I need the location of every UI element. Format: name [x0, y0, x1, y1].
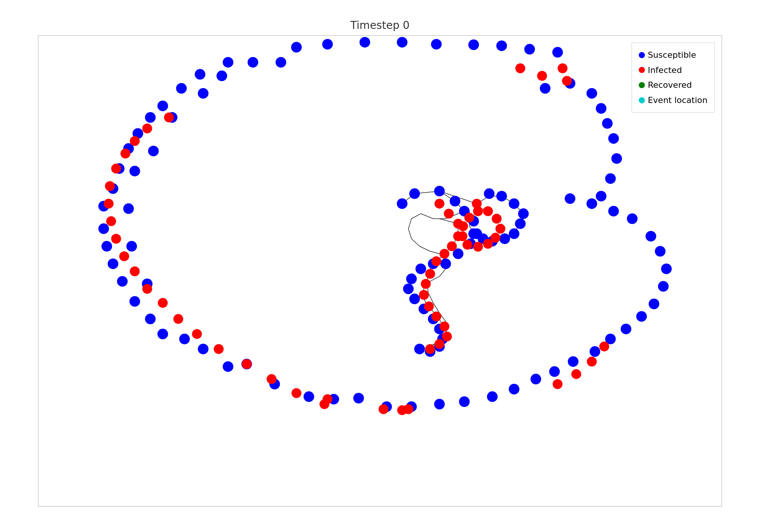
svg-point-167: [130, 136, 140, 146]
svg-point-159: [515, 218, 526, 229]
svg-point-214: [458, 221, 468, 231]
svg-point-65: [524, 44, 535, 55]
svg-point-202: [442, 331, 452, 341]
svg-point-219: [587, 356, 597, 366]
svg-point-216: [473, 206, 483, 216]
svg-point-86: [101, 241, 112, 252]
infected-label: Infected: [648, 63, 682, 78]
chart-title: Timestep 0: [350, 19, 410, 32]
svg-point-180: [214, 344, 224, 354]
svg-point-74: [157, 101, 168, 111]
svg-point-130: [611, 153, 622, 164]
legend-infected: Infected: [639, 63, 708, 78]
susceptible-dot: [639, 52, 645, 58]
svg-point-182: [267, 374, 277, 384]
svg-point-85: [98, 223, 109, 234]
svg-line-51: [428, 293, 433, 303]
svg-point-70: [195, 69, 205, 80]
svg-point-172: [106, 216, 116, 226]
svg-point-196: [425, 269, 435, 279]
svg-point-157: [509, 198, 519, 209]
svg-point-218: [571, 369, 581, 379]
svg-point-62: [431, 39, 442, 49]
svg-point-67: [223, 57, 233, 68]
svg-point-165: [164, 112, 174, 122]
svg-point-131: [605, 173, 616, 184]
svg-point-109: [549, 366, 560, 377]
svg-point-156: [496, 191, 507, 201]
svg-point-206: [483, 206, 493, 216]
svg-point-96: [223, 361, 233, 372]
svg-line-52: [433, 303, 439, 313]
svg-point-136: [450, 196, 460, 206]
svg-point-201: [440, 321, 450, 331]
svg-point-81: [130, 166, 140, 176]
svg-point-113: [621, 324, 631, 334]
svg-point-124: [540, 83, 551, 94]
recovered-label: Recovered: [648, 78, 692, 93]
event-dot: [639, 97, 645, 103]
svg-line-6: [421, 214, 433, 218]
svg-point-79: [148, 146, 159, 156]
legend: Susceptible Infected Recovered Event loc…: [632, 43, 715, 112]
svg-point-116: [658, 281, 669, 292]
svg-line-15: [439, 269, 445, 276]
svg-point-183: [291, 388, 301, 398]
svg-point-68: [248, 57, 258, 68]
svg-point-87: [126, 241, 137, 252]
svg-point-224: [323, 394, 332, 404]
svg-point-155: [484, 188, 494, 199]
svg-point-221: [378, 404, 388, 414]
svg-point-212: [462, 240, 472, 250]
svg-point-117: [661, 263, 672, 274]
svg-point-188: [562, 76, 572, 86]
svg-point-114: [636, 311, 647, 322]
svg-point-63: [468, 40, 479, 50]
svg-line-10: [412, 239, 420, 246]
svg-point-161: [499, 233, 510, 244]
svg-point-119: [646, 231, 656, 242]
svg-point-187: [557, 63, 567, 73]
svg-point-110: [568, 356, 578, 367]
svg-point-75: [145, 112, 156, 123]
svg-point-107: [509, 384, 519, 394]
svg-point-123: [565, 193, 575, 204]
plot-svg: [38, 36, 722, 506]
svg-point-129: [608, 133, 619, 144]
svg-point-115: [649, 299, 659, 309]
svg-point-99: [304, 391, 314, 402]
svg-line-9: [408, 229, 412, 239]
svg-point-111: [590, 346, 600, 357]
svg-point-185: [515, 63, 525, 73]
svg-point-88: [108, 258, 118, 269]
svg-point-91: [130, 296, 140, 307]
svg-line-12: [430, 251, 440, 254]
svg-point-200: [431, 312, 441, 321]
svg-point-179: [192, 329, 202, 339]
svg-point-164: [468, 228, 479, 239]
svg-point-168: [120, 149, 130, 158]
svg-point-128: [602, 118, 613, 129]
svg-point-84: [123, 203, 134, 214]
svg-line-7: [412, 214, 421, 218]
svg-point-108: [530, 374, 541, 385]
svg-point-145: [406, 274, 417, 284]
svg-point-207: [492, 214, 502, 223]
svg-point-94: [179, 334, 190, 344]
susceptible-label: Susceptible: [648, 48, 696, 63]
svg-point-64: [496, 40, 507, 51]
svg-point-144: [415, 263, 426, 274]
recovered-dot: [639, 82, 645, 88]
svg-point-174: [119, 251, 129, 261]
svg-point-60: [359, 37, 370, 48]
svg-point-160: [509, 228, 519, 239]
svg-point-135: [434, 186, 445, 196]
svg-point-104: [434, 399, 445, 410]
chart-container: Timestep 0 Susceptible Infected Recovere…: [19, 19, 741, 513]
svg-point-146: [403, 283, 414, 294]
svg-point-173: [111, 234, 121, 244]
svg-point-198: [419, 290, 429, 300]
svg-point-142: [440, 258, 451, 269]
svg-point-158: [518, 208, 529, 219]
svg-point-89: [117, 276, 128, 287]
